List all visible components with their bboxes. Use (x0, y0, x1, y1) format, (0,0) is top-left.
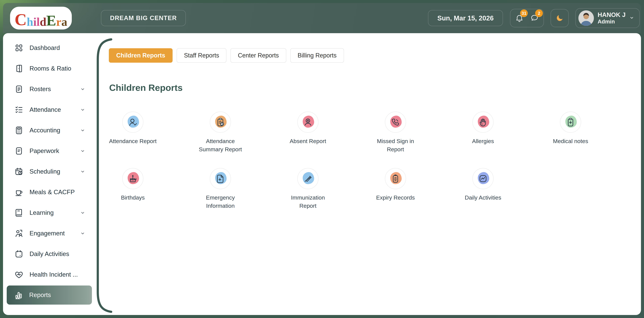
sidebar-item[interactable]: Rooms & Ratio (3, 58, 96, 79)
sidebar-item-icon (14, 64, 24, 73)
tab-label: Center Reports (238, 52, 279, 59)
tab-label: Billing Reports (298, 52, 336, 59)
sidebar-item-label: Rosters (30, 86, 80, 93)
sidebar-item-icon (14, 43, 24, 52)
chevron-down-icon (80, 148, 85, 153)
sidebar-item[interactable]: Learning (3, 202, 96, 223)
report-card[interactable]: Expiry Records (376, 168, 415, 210)
report-icon-circle (385, 168, 406, 189)
sidebar-item-icon (14, 126, 24, 135)
sidebar-item-label: Rooms & Ratio (30, 65, 80, 72)
theme-toggle-button[interactable] (550, 9, 569, 27)
avatar (578, 10, 594, 26)
sidebar-item[interactable]: Scheduling (3, 161, 96, 182)
chevron-down-icon (80, 169, 85, 174)
logo-letter: r (56, 16, 62, 27)
report-card-label: Birthdays (121, 194, 145, 202)
header: ChildEra DREAM BIG CENTER Sun, Mar 15, 2… (3, 3, 641, 33)
report-card-label: Allergies (472, 137, 494, 145)
sidebar-item-label: Reports (29, 292, 76, 299)
report-card[interactable]: Absent Report (290, 112, 326, 154)
center-name-button[interactable]: DREAM BIG CENTER (101, 10, 186, 26)
moon-icon (556, 14, 564, 22)
date-display: Sun, Mar 15, 2026 (428, 10, 503, 26)
sidebar-item-icon (14, 188, 24, 197)
sidebar-item-label: Engagement (30, 230, 80, 237)
report-card[interactable]: Missed Sign in Report (370, 112, 422, 154)
report-icon-circle (297, 112, 318, 133)
report-card[interactable]: Allergies (472, 112, 494, 154)
sidebar: Dashboard Rooms & Ratio Rosters (3, 37, 96, 306)
report-icon-circle (560, 112, 581, 133)
report-icon (390, 174, 400, 184)
report-card[interactable]: Attendance Report (109, 112, 157, 154)
report-icon-circle (122, 168, 144, 189)
sidebar-item[interactable]: Paperwork (3, 141, 96, 161)
report-icon-circle (297, 168, 318, 189)
sidebar-item-icon (14, 105, 24, 114)
reports-grid: Attendance Report Attendance Summary Rep… (89, 112, 614, 210)
report-tab[interactable]: Billing Reports (290, 48, 344, 63)
logo-letter: a (62, 16, 67, 27)
report-card[interactable]: Immunization Report (282, 168, 334, 210)
report-card[interactable]: Medical notes (553, 112, 588, 154)
report-icon (303, 174, 313, 184)
sidebar-item[interactable]: Accounting (3, 120, 96, 141)
report-icon (215, 174, 226, 184)
tab-label: Staff Reports (184, 52, 219, 59)
report-card[interactable]: Emergency Information (194, 168, 246, 210)
sidebar-item[interactable]: Daily Activities (3, 244, 96, 264)
sidebar-item-label: Health Incident ... (30, 271, 80, 278)
sidebar-item-icon (14, 270, 24, 279)
profile-menu[interactable]: HANOK J Admin (576, 8, 640, 28)
sidebar-item[interactable]: Dashboard (3, 37, 96, 58)
sidebar-item[interactable]: Rosters (3, 79, 96, 99)
logo-letter: E (46, 14, 56, 27)
logo-letter: d (40, 16, 46, 27)
sidebar-item-label: Scheduling (30, 168, 80, 175)
report-card[interactable]: Daily Activities (465, 168, 501, 210)
chat-badge: 2 (535, 9, 543, 17)
sidebar-item-icon (14, 208, 24, 217)
chevron-down-icon (80, 231, 85, 236)
report-card[interactable]: Birthdays (121, 168, 145, 210)
report-card-label: Expiry Records (376, 194, 415, 202)
report-tab[interactable]: Center Reports (230, 48, 286, 63)
bell-button[interactable]: 31 (515, 14, 524, 22)
report-icon (390, 117, 400, 127)
app-logo[interactable]: ChildEra (10, 7, 72, 29)
report-icon-circle (385, 112, 406, 133)
chevron-down-icon (629, 15, 634, 21)
report-card-label: Daily Activities (465, 194, 501, 202)
logo-letter: l (36, 16, 40, 27)
sidebar-item[interactable]: Engagement (3, 223, 96, 244)
report-icon (303, 117, 313, 127)
sidebar-item-icon (14, 229, 24, 238)
report-tab[interactable]: Children Reports (109, 48, 172, 63)
sidebar-item[interactable]: Attendance (3, 99, 96, 120)
report-card-label: Attendance Summary Report (194, 137, 246, 154)
report-icon (128, 174, 138, 184)
tab-label: Children Reports (116, 52, 165, 59)
report-card[interactable]: Attendance Summary Report (194, 112, 246, 154)
report-icon (128, 117, 138, 127)
report-card-label: Missed Sign in Report (370, 137, 422, 154)
user-role: Admin (598, 18, 626, 25)
report-tab[interactable]: Staff Reports (176, 48, 226, 63)
sidebar-item-icon (14, 167, 24, 176)
center-name-label: DREAM BIG CENTER (110, 14, 177, 22)
sidebar-item[interactable]: Health Incident ... (3, 264, 96, 285)
sidebar-item-icon (14, 146, 24, 155)
chevron-down-icon (80, 210, 85, 215)
logo-letter: i (33, 16, 36, 27)
logo-letter: h (27, 16, 33, 27)
sidebar-item[interactable]: Reports (7, 286, 92, 305)
report-card-label: Absent Report (290, 137, 326, 145)
report-card-label: Immunization Report (282, 194, 334, 210)
chat-button[interactable]: 2 (530, 14, 539, 22)
chevron-down-icon (80, 128, 85, 133)
report-icon-circle (472, 112, 494, 133)
sidebar-item-label: Attendance (30, 106, 80, 113)
sidebar-item[interactable]: Meals & CACFP (3, 182, 96, 202)
report-icon-circle (210, 112, 231, 133)
